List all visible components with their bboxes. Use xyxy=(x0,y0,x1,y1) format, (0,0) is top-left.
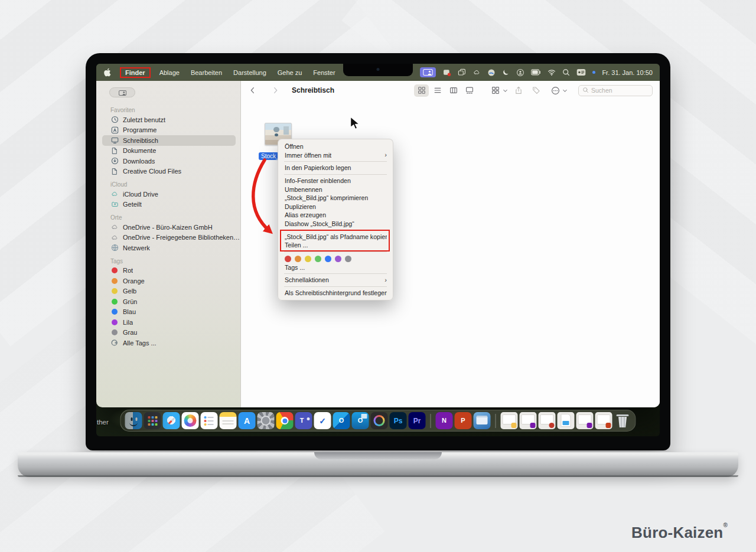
context-menu-item[interactable]: Schnellaktionen› xyxy=(278,276,393,285)
dock-notes-icon[interactable] xyxy=(220,412,237,429)
sidebar-item-onedrive-büro-kaizen-gmbh[interactable]: OneDrive - Büro-Kaizen GmbH xyxy=(96,222,240,233)
menu-bearbeiten[interactable]: Bearbeiten xyxy=(191,69,222,76)
dock-photos-icon[interactable] xyxy=(182,412,199,429)
sidebar-item-geteilt[interactable]: Geteilt xyxy=(96,200,240,210)
cloud-icon[interactable] xyxy=(472,69,481,76)
app-badge-icon[interactable] xyxy=(442,68,451,77)
context-menu-item[interactable]: Tags ... xyxy=(278,263,393,272)
sidebar-item-alle-tags-[interactable]: Alle Tags ... xyxy=(96,338,240,348)
tag-color-dot[interactable] xyxy=(315,256,321,262)
sidebar-item-grau[interactable]: Grau xyxy=(96,328,240,338)
sidebar-item-orange[interactable]: Orange xyxy=(96,276,240,286)
sidebar-item-rot[interactable]: Rot xyxy=(96,266,240,276)
list-view-button[interactable] xyxy=(430,84,445,97)
tag-button[interactable] xyxy=(529,84,543,97)
dock-photoshop-icon[interactable]: Ps xyxy=(390,412,407,429)
apple-menu[interactable] xyxy=(103,68,111,77)
dock-teams-icon[interactable]: T xyxy=(295,412,312,429)
dock-minimized-window-icon[interactable] xyxy=(558,412,575,429)
screen-sharing-pill[interactable] xyxy=(109,87,135,97)
dock-windows-window-icon[interactable] xyxy=(474,412,491,429)
dock-trash-icon[interactable] xyxy=(614,412,631,429)
more-actions-button[interactable] xyxy=(548,84,562,97)
sidebar-item-zuletzt-benutzt[interactable]: Zuletzt benutzt xyxy=(96,115,240,125)
context-menu-item[interactable]: „Stock_Bild.jpg“ komprimieren xyxy=(278,194,393,202)
context-menu-item[interactable]: Duplizieren xyxy=(278,202,393,211)
columns-view-button[interactable] xyxy=(446,84,461,97)
dock-minimized-window-icon[interactable] xyxy=(539,412,556,429)
sidebar-item-schreibtisch[interactable]: Schreibtisch xyxy=(102,135,236,146)
menu-darstellung[interactable]: Darstellung xyxy=(233,69,266,76)
menu-bar-clock[interactable]: Fr. 31. Jan. 10:50 xyxy=(602,69,653,76)
sidebar-item-grün[interactable]: Grün xyxy=(96,296,240,307)
dock-system-settings-icon[interactable] xyxy=(258,412,275,429)
dock-minimized-window-icon[interactable] xyxy=(595,412,612,429)
dock-premiere-icon[interactable]: Pr xyxy=(409,412,426,429)
context-menu-item[interactable]: Info-Fenster einblenden xyxy=(278,177,393,185)
dock-minimized-window-icon[interactable] xyxy=(501,412,518,429)
menu-gehe-zu[interactable]: Gehe zu xyxy=(278,69,302,76)
context-menu-item[interactable]: Öffnen xyxy=(278,142,393,151)
context-menu-item[interactable]: In den Papierkorb legen xyxy=(278,164,393,172)
sidebar-item-netzwerk[interactable]: Netzwerk xyxy=(96,243,240,253)
menu-ablage[interactable]: Ablage xyxy=(159,69,180,76)
tag-color-dot[interactable] xyxy=(305,256,311,262)
user-switch-icon[interactable] xyxy=(576,68,586,76)
dock-app-store-icon[interactable]: A xyxy=(239,412,256,429)
sidebar-item-dokumente[interactable]: Dokumente xyxy=(96,146,240,156)
dock-onenote-icon[interactable]: N xyxy=(436,412,453,429)
menu-finder[interactable]: Finder xyxy=(120,67,151,78)
search-input[interactable] xyxy=(591,87,644,94)
moon-icon[interactable] xyxy=(502,68,510,76)
sidebar-item-icloud-drive[interactable]: iCloud Drive xyxy=(96,189,240,200)
tag-color-dot[interactable] xyxy=(335,256,341,262)
context-menu-item[interactable]: Alias erzeugen xyxy=(278,211,393,220)
tag-color-dot[interactable] xyxy=(285,256,291,262)
search-field[interactable] xyxy=(578,85,653,96)
tag-color-dot[interactable] xyxy=(295,256,301,262)
account-icon[interactable] xyxy=(516,68,524,77)
dock-chrome-icon[interactable] xyxy=(276,412,294,429)
shared-folder-icon xyxy=(110,201,119,208)
dock-finder-icon[interactable] xyxy=(125,412,142,429)
context-menu-item[interactable]: Als Schreibtischhintergrund festlegen xyxy=(278,289,393,298)
dock-powerpoint-icon[interactable]: P xyxy=(455,412,472,429)
context-menu-item[interactable]: Umbenennen xyxy=(278,185,393,194)
context-menu-item[interactable]: „Stock_Bild.jpg“ als Pfadname kopieren xyxy=(278,232,393,241)
windows-stack-icon[interactable] xyxy=(458,68,466,77)
group-by-button[interactable] xyxy=(488,84,503,97)
sidebar-item-downloads[interactable]: Downloads xyxy=(96,156,240,166)
forward-button[interactable] xyxy=(268,84,282,97)
dock-outlook-icon[interactable]: O xyxy=(333,412,350,429)
sidebar-item-blau[interactable]: Blau xyxy=(96,307,240,318)
spotlight-icon[interactable] xyxy=(562,68,570,76)
sidebar-item-gelb[interactable]: Gelb xyxy=(96,286,240,297)
gallery-view-button[interactable] xyxy=(462,84,477,97)
back-button[interactable] xyxy=(246,84,260,97)
battery-icon[interactable] xyxy=(531,69,541,76)
file-label[interactable]: Stock_Bild.jpg xyxy=(259,152,279,160)
sidebar-item-onedrive-freigegebene-biblio[interactable]: OneDrive - Freigegebene Bibliotheken – B… xyxy=(96,233,240,243)
sidebar-item-lila[interactable]: Lila xyxy=(96,317,240,328)
wifi-icon[interactable] xyxy=(548,69,556,76)
context-menu-item[interactable]: Teilen ... xyxy=(278,241,393,250)
dock-safari-icon[interactable] xyxy=(163,412,180,429)
context-menu-item[interactable]: Immer öffnen mit› xyxy=(278,151,393,160)
share-button[interactable] xyxy=(511,84,526,97)
dock-todo-icon[interactable]: ✓ xyxy=(314,412,331,429)
tag-color-dot[interactable] xyxy=(345,256,351,262)
screen-mirroring-icon[interactable] xyxy=(420,67,436,77)
dock-minimized-window-icon[interactable] xyxy=(520,412,537,429)
tag-color-dot[interactable] xyxy=(325,256,331,262)
creative-cloud-icon[interactable] xyxy=(487,68,496,77)
dock-launchpad-icon[interactable] xyxy=(144,412,161,429)
dock-minimized-window-icon[interactable] xyxy=(576,412,594,429)
dock-creative-cloud-icon[interactable] xyxy=(371,412,388,429)
menu-fenster[interactable]: Fenster xyxy=(313,69,335,76)
context-menu-item[interactable]: Diashow „Stock_Bild.jpg“ xyxy=(278,220,393,228)
sidebar-item-creative-cloud-files[interactable]: Creative Cloud Files xyxy=(96,166,240,177)
dock-reminders-icon[interactable] xyxy=(201,412,218,429)
dock-outlook-calendar-icon[interactable]: O xyxy=(352,412,369,429)
sidebar-item-programme[interactable]: Programme xyxy=(96,125,240,136)
icons-view-button[interactable] xyxy=(414,84,429,97)
